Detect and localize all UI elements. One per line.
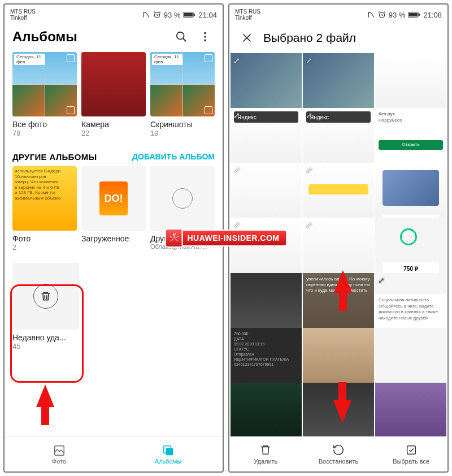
more-vertical-icon	[199, 31, 211, 43]
expand-icon: ⤢	[306, 220, 312, 230]
svg-rect-15	[407, 445, 415, 454]
svg-rect-13	[409, 13, 418, 16]
header: Альбомы	[5, 23, 223, 52]
album-count: 2	[12, 243, 77, 252]
restore-button[interactable]: Восстановить	[302, 436, 375, 471]
select-all-button[interactable]: Выбрать все	[375, 436, 447, 471]
nav-photos[interactable]: Фото	[5, 437, 114, 471]
album-recently-deleted[interactable]: Недавно уда... 45	[12, 263, 79, 350]
album-name: Загруженное	[81, 234, 146, 243]
alarm-icon	[153, 11, 161, 19]
expand-icon: ⤢	[378, 276, 385, 285]
section-title: ДРУГИЕ АЛЬБОМЫ	[12, 152, 97, 162]
search-icon	[175, 31, 188, 43]
close-icon	[241, 32, 253, 44]
action-bar: Удалить Восстановить Выбрать все	[229, 436, 447, 471]
arrow-annotation	[36, 384, 54, 407]
clock: 21:04	[198, 11, 217, 19]
clock: 21:08	[423, 11, 442, 19]
album-camera[interactable]: Камера 22	[81, 52, 146, 137]
svg-point-5	[204, 32, 206, 34]
battery-icon	[183, 11, 195, 18]
huawei-logo-icon	[165, 228, 184, 248]
album-name: Все фото	[12, 120, 77, 129]
album-count: 22	[81, 129, 146, 137]
nav-albums[interactable]: Альбомы	[114, 437, 223, 471]
carrier-2: Tinkoff	[10, 15, 36, 21]
svg-rect-2	[184, 13, 193, 16]
main-albums-row: Сегодня, 11 фев Все фото 78 Камера 22 Се…	[5, 52, 223, 142]
svg-rect-3	[194, 14, 195, 16]
svg-rect-14	[419, 14, 420, 16]
svg-point-7	[204, 40, 206, 42]
watermark: HUAWEI-INSIDER.COM	[165, 228, 288, 248]
trash-row: Недавно уда... 45	[5, 263, 223, 355]
select-all-icon	[405, 444, 418, 456]
expand-icon: ⤢	[306, 56, 312, 65]
album-name: Недавно уда...	[12, 333, 79, 342]
selection-title: Выбрано 2 файл	[263, 31, 356, 45]
nfc-icon	[142, 11, 150, 19]
svg-point-6	[204, 36, 206, 38]
page-title: Альбомы	[12, 29, 167, 45]
expand-icon: ⤢	[233, 56, 240, 65]
photo-icon	[53, 444, 66, 457]
selection-header: Выбрано 2 файл	[229, 23, 447, 53]
search-button[interactable]	[172, 27, 191, 46]
expand-icon: ⤢	[306, 111, 312, 120]
expand-icon: ⤢	[233, 111, 240, 120]
albums-icon	[162, 444, 175, 457]
photo-item[interactable]	[375, 383, 446, 436]
carrier-2: Tinkoff	[235, 15, 260, 21]
svg-point-4	[177, 32, 184, 40]
battery-icon	[408, 11, 420, 18]
delete-button[interactable]: Удалить	[229, 436, 302, 471]
status-bar: MTS RUS Tinkoff 93 % 21:08	[229, 5, 447, 23]
arrow-annotation	[334, 270, 352, 293]
photo-item[interactable]	[231, 383, 302, 436]
album-all-photos[interactable]: Сегодня, 11 фев Все фото 78	[12, 52, 77, 137]
nfc-icon	[367, 11, 375, 19]
add-album-link[interactable]: ДОБАВИТЬ АЛЬБОМ	[132, 152, 215, 162]
battery-pct: 93 %	[164, 11, 181, 19]
carrier-1: MTS RUS	[235, 8, 260, 15]
album-downloaded[interactable]: DO! Загруженное	[81, 166, 146, 252]
alarm-icon	[378, 11, 386, 19]
battery-pct: 93 %	[389, 11, 406, 19]
more-button[interactable]	[195, 27, 215, 46]
carrier-1: MTS RUS	[10, 8, 36, 15]
bottom-nav: Фото Альбомы	[5, 436, 223, 471]
restore-icon	[332, 444, 345, 456]
album-name: Камера	[81, 120, 146, 129]
album-count: 78	[12, 129, 77, 137]
album-screenshots[interactable]: Сегодня, 11 фев Скриншоты 19	[150, 52, 215, 137]
expand-icon: ⤢	[306, 166, 312, 175]
status-bar: MTS RUS Tinkoff 93 % 21:04	[5, 5, 223, 23]
expand-icon: ⤢	[233, 166, 240, 175]
album-count: 19	[150, 129, 215, 137]
trash-icon	[40, 291, 51, 302]
album-count: 45	[12, 342, 79, 350]
album-name: Фото	[12, 234, 77, 243]
arrow-annotation	[333, 400, 351, 423]
close-button[interactable]	[237, 28, 257, 47]
other-albums-header: ДРУГИЕ АЛЬБОМЫ ДОБАВИТЬ АЛЬБОМ	[5, 142, 223, 166]
svg-rect-9	[166, 448, 173, 455]
trash-icon	[259, 444, 272, 456]
album-name: Скриншоты	[150, 120, 215, 129]
album-photo[interactable]: используется 8-ядерн10-нанометровгагерц.…	[12, 166, 77, 252]
